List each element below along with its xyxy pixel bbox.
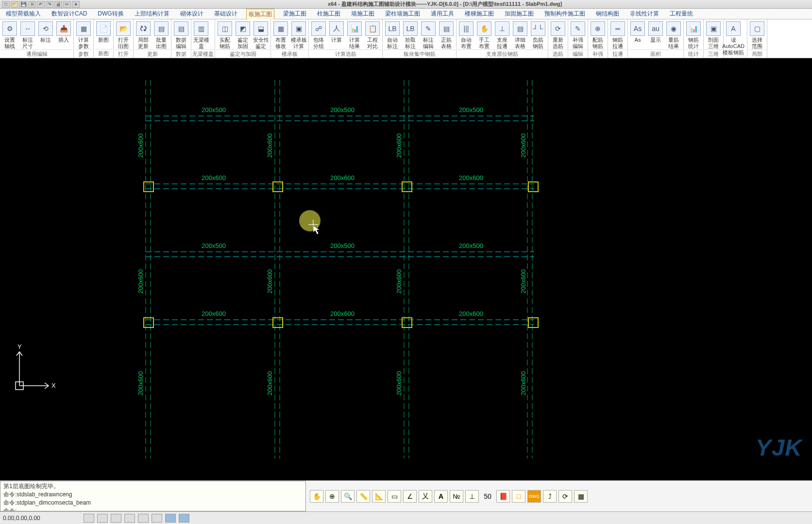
menu-item-9[interactable]: 墙施工图 bbox=[349, 9, 376, 19]
text-icon[interactable]: 乂 bbox=[419, 490, 432, 503]
status-toggle-polar[interactable] bbox=[124, 514, 135, 523]
ribbon-btn-4-0[interactable]: 🗘局部更新 bbox=[135, 20, 152, 49]
qat-saveall-icon[interactable]: ⎘ bbox=[28, 1, 36, 8]
ribbon-btn-4-1[interactable]: ▤批量出图 bbox=[152, 20, 170, 49]
ribbon-label: 局部更新 bbox=[138, 37, 149, 49]
ribbon-btn-9-2[interactable]: 📊计算结果 bbox=[346, 20, 363, 49]
ribbon-btn-14-0[interactable]: ⊕配筋钢筋 bbox=[589, 20, 607, 49]
qat-new-icon[interactable]: □ bbox=[2, 1, 10, 8]
ribbon-btn-18-0[interactable]: ▣剖面三维 bbox=[705, 20, 722, 49]
ribbon-btn-0-3[interactable]: 📥插入 bbox=[55, 20, 72, 49]
status-toggle-dyn[interactable] bbox=[165, 514, 176, 523]
ribbon-btn-10-1[interactable]: LB拾取标注 bbox=[402, 20, 419, 49]
qat-print-icon[interactable]: 🖨 bbox=[54, 1, 62, 8]
font-icon[interactable]: A bbox=[434, 490, 448, 503]
menu-item-13[interactable]: 加固施工图 bbox=[503, 9, 536, 19]
ribbon-btn-7-2[interactable]: ⬓安全性鉴定 bbox=[252, 20, 270, 49]
ribbon-btn-17-0[interactable]: 📊钢筋统计 bbox=[685, 20, 702, 49]
menu-item-15[interactable]: 钢结构图 bbox=[594, 9, 621, 19]
status-toggle-osnap[interactable] bbox=[138, 514, 149, 523]
ribbon-btn-9-1[interactable]: 人计算 bbox=[328, 20, 345, 49]
ribbon-btn-10-3[interactable]: ▤正筋表格 bbox=[438, 20, 455, 49]
ribbon-btn-9-0[interactable]: ☍包络分组 bbox=[310, 20, 327, 49]
menu-item-16[interactable]: 非线性计算 bbox=[628, 9, 661, 19]
ribbon-btn-10-2[interactable]: ✎标注编辑 bbox=[420, 20, 437, 49]
ribbon-icon: ▢ bbox=[750, 21, 764, 36]
ribbon-btn-1-0[interactable]: ▦计算参数 bbox=[75, 20, 92, 49]
svg-text:200x600: 200x600 bbox=[266, 371, 273, 395]
menu-item-14[interactable]: 预制构件施工图 bbox=[542, 9, 587, 19]
menu-item-7[interactable]: 梁施工图 bbox=[281, 9, 308, 19]
qat-save-icon[interactable]: 💾 bbox=[19, 1, 27, 8]
number-icon[interactable]: № bbox=[450, 490, 463, 503]
ruler-icon[interactable]: 📐 bbox=[372, 490, 386, 503]
menu-item-17[interactable]: 工程量统 bbox=[668, 9, 695, 19]
ribbon-btn-8-1[interactable]: ▣楼承板计算 bbox=[290, 20, 307, 49]
ribbon-icon: 📄 bbox=[96, 21, 111, 36]
qat-cut-icon[interactable]: ✂ bbox=[63, 1, 71, 8]
drawing-canvas[interactable]: 200x500 200x500 200x500 200x600 200x600 … bbox=[0, 58, 812, 480]
menu-item-5[interactable]: 基础设计 bbox=[212, 9, 239, 19]
menu-item-4[interactable]: 砌体设计 bbox=[178, 9, 205, 19]
menu-item-6[interactable]: 板施工图 bbox=[246, 9, 274, 19]
dim-icon[interactable]: ⊥ bbox=[465, 490, 479, 503]
ribbon-btn-8-0[interactable]: ▦布置修改 bbox=[272, 20, 289, 49]
save-dwg-icon[interactable]: □ bbox=[512, 490, 525, 503]
cmd-prompt[interactable]: 命令: bbox=[3, 507, 303, 511]
menu-item-1[interactable]: 数智设计CAD bbox=[50, 9, 89, 19]
status-toggle-grid[interactable] bbox=[97, 514, 108, 523]
zoom-extents-icon[interactable]: ⊕ bbox=[325, 490, 339, 503]
ribbon-btn-0-1[interactable]: ↔标注尺寸 bbox=[19, 20, 36, 49]
qat-redo-icon[interactable]: ↷ bbox=[46, 1, 53, 8]
status-toggle-track[interactable] bbox=[152, 514, 162, 523]
ribbon-btn-20-0[interactable]: ▢选择范围 bbox=[748, 20, 766, 49]
refresh-icon[interactable]: ⟳ bbox=[558, 490, 572, 503]
status-toggle-lwt[interactable] bbox=[179, 514, 189, 523]
ribbon-btn-10-0[interactable]: LB自动标注 bbox=[384, 20, 401, 49]
ribbon-btn-7-1[interactable]: ◩鉴定加固 bbox=[234, 20, 252, 49]
ribbon-btn-7-0[interactable]: ◫实配钢筋 bbox=[216, 20, 234, 49]
ribbon-btn-2-0[interactable]: 📄新图 bbox=[95, 20, 112, 49]
ribbon-btn-16-0[interactable]: AsAs bbox=[629, 20, 646, 49]
qat-undo-icon[interactable]: ↶ bbox=[37, 1, 45, 8]
ribbon-btn-12-0[interactable]: ⟳重新选筋 bbox=[549, 20, 567, 49]
ribbon-btn-19-0[interactable]: A读AutoCAD楼板钢筋 bbox=[725, 20, 742, 56]
menu-item-3[interactable]: 上部结构计算 bbox=[133, 9, 171, 19]
menu-item-12[interactable]: 楼梯施工图 bbox=[463, 9, 496, 19]
ribbon-icon: ◉ bbox=[666, 21, 681, 36]
ribbon-btn-0-2[interactable]: ⟲标注 bbox=[37, 20, 54, 49]
ribbon-btn-11-3[interactable]: ▤详细表格 bbox=[511, 20, 529, 49]
menu-item-8[interactable]: 柱施工图 bbox=[315, 9, 342, 19]
menu-item-11[interactable]: 通用工具 bbox=[429, 9, 456, 19]
qat-more-icon[interactable]: ▾ bbox=[72, 1, 80, 8]
command-log[interactable]: 第1层底图绘制完毕。 命令:stdslab_redrawnceng 命令:std… bbox=[0, 481, 306, 511]
pan-icon[interactable]: ✋ bbox=[310, 490, 323, 503]
ruler2-icon[interactable]: ▭ bbox=[388, 490, 401, 503]
ribbon-btn-13-0[interactable]: ✎补强编辑 bbox=[569, 20, 587, 49]
menu-item-2[interactable]: DWG转换 bbox=[96, 9, 125, 19]
ribbon-btn-5-0[interactable]: ▤数据编辑 bbox=[172, 20, 190, 49]
menu-item-10[interactable]: 梁柱墙施工图 bbox=[383, 9, 422, 19]
ribbon-btn-9-3[interactable]: 📋工程对比 bbox=[364, 20, 381, 49]
ribbon-btn-11-2[interactable]: ⊥支座拉通 bbox=[493, 20, 511, 49]
ribbon-btn-0-0[interactable]: ⚙设置轴线 bbox=[1, 20, 18, 49]
export-icon[interactable]: ⤴ bbox=[543, 490, 557, 503]
table-icon[interactable]: ▦ bbox=[574, 490, 588, 503]
ribbon-btn-11-1[interactable]: ✋手工布置 bbox=[475, 20, 493, 49]
ribbon-btn-11-4[interactable]: ┘└负筋钢筋 bbox=[529, 20, 547, 49]
angle-icon[interactable]: ∠ bbox=[403, 490, 417, 503]
measure-icon[interactable]: 📏 bbox=[356, 490, 370, 503]
ribbon-btn-3-0[interactable]: 📂打开旧图 bbox=[115, 20, 132, 49]
save-pdf-icon[interactable]: 📕 bbox=[496, 490, 510, 503]
status-toggle-snap[interactable] bbox=[84, 514, 94, 523]
zoom-window-icon[interactable]: 🔍 bbox=[341, 490, 355, 503]
ribbon-btn-11-0[interactable]: |||自动布置 bbox=[457, 20, 475, 49]
ribbon-btn-15-0[interactable]: ═钢筋拉通 bbox=[609, 20, 626, 49]
dwg-icon[interactable]: DWG bbox=[527, 490, 541, 503]
status-toggle-ortho[interactable] bbox=[111, 514, 121, 523]
ribbon-btn-16-1[interactable]: au显示 bbox=[647, 20, 664, 49]
qat-open-icon[interactable]: 📂 bbox=[11, 1, 18, 8]
ribbon-btn-6-0[interactable]: ▥无梁楼盖 bbox=[192, 20, 210, 49]
menu-item-0[interactable]: 模型荷载输入 bbox=[4, 9, 43, 19]
ribbon-btn-16-2[interactable]: ◉量筋结果 bbox=[665, 20, 682, 49]
